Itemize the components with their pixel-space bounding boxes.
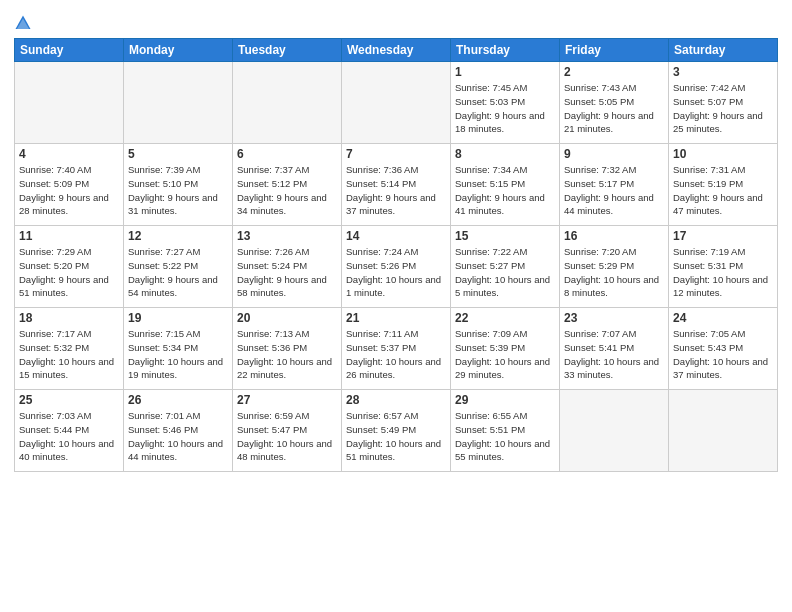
day-info: Sunrise: 7:27 AM Sunset: 5:22 PM Dayligh… [128,245,228,300]
day-info: Sunrise: 7:03 AM Sunset: 5:44 PM Dayligh… [19,409,119,464]
day-number: 5 [128,147,228,161]
day-info: Sunrise: 7:39 AM Sunset: 5:10 PM Dayligh… [128,163,228,218]
day-number: 19 [128,311,228,325]
calendar-week: 4Sunrise: 7:40 AM Sunset: 5:09 PM Daylig… [15,144,778,226]
day-info: Sunrise: 7:24 AM Sunset: 5:26 PM Dayligh… [346,245,446,300]
calendar-cell [560,390,669,472]
calendar-cell: 9Sunrise: 7:32 AM Sunset: 5:17 PM Daylig… [560,144,669,226]
weekday-header: Thursday [451,39,560,62]
weekday-header: Saturday [669,39,778,62]
calendar-cell: 13Sunrise: 7:26 AM Sunset: 5:24 PM Dayli… [233,226,342,308]
day-number: 15 [455,229,555,243]
weekday-header: Wednesday [342,39,451,62]
calendar-cell: 10Sunrise: 7:31 AM Sunset: 5:19 PM Dayli… [669,144,778,226]
day-number: 7 [346,147,446,161]
weekday-header: Friday [560,39,669,62]
header [14,10,778,32]
calendar-cell: 24Sunrise: 7:05 AM Sunset: 5:43 PM Dayli… [669,308,778,390]
day-number: 18 [19,311,119,325]
day-number: 24 [673,311,773,325]
page: SundayMondayTuesdayWednesdayThursdayFrid… [0,0,792,482]
day-number: 10 [673,147,773,161]
calendar-cell [233,62,342,144]
day-number: 9 [564,147,664,161]
calendar-cell: 12Sunrise: 7:27 AM Sunset: 5:22 PM Dayli… [124,226,233,308]
day-info: Sunrise: 6:55 AM Sunset: 5:51 PM Dayligh… [455,409,555,464]
calendar-cell: 1Sunrise: 7:45 AM Sunset: 5:03 PM Daylig… [451,62,560,144]
calendar-cell [342,62,451,144]
calendar-week: 18Sunrise: 7:17 AM Sunset: 5:32 PM Dayli… [15,308,778,390]
day-number: 25 [19,393,119,407]
calendar-cell: 3Sunrise: 7:42 AM Sunset: 5:07 PM Daylig… [669,62,778,144]
calendar-cell: 5Sunrise: 7:39 AM Sunset: 5:10 PM Daylig… [124,144,233,226]
day-number: 26 [128,393,228,407]
day-info: Sunrise: 7:05 AM Sunset: 5:43 PM Dayligh… [673,327,773,382]
day-info: Sunrise: 7:01 AM Sunset: 5:46 PM Dayligh… [128,409,228,464]
calendar-cell [15,62,124,144]
day-number: 23 [564,311,664,325]
day-number: 12 [128,229,228,243]
day-number: 1 [455,65,555,79]
calendar-week: 11Sunrise: 7:29 AM Sunset: 5:20 PM Dayli… [15,226,778,308]
day-number: 29 [455,393,555,407]
day-info: Sunrise: 7:40 AM Sunset: 5:09 PM Dayligh… [19,163,119,218]
day-info: Sunrise: 7:11 AM Sunset: 5:37 PM Dayligh… [346,327,446,382]
calendar-cell: 28Sunrise: 6:57 AM Sunset: 5:49 PM Dayli… [342,390,451,472]
day-info: Sunrise: 7:07 AM Sunset: 5:41 PM Dayligh… [564,327,664,382]
day-info: Sunrise: 7:09 AM Sunset: 5:39 PM Dayligh… [455,327,555,382]
day-number: 4 [19,147,119,161]
day-number: 14 [346,229,446,243]
weekday-row: SundayMondayTuesdayWednesdayThursdayFrid… [15,39,778,62]
calendar-body: 1Sunrise: 7:45 AM Sunset: 5:03 PM Daylig… [15,62,778,472]
day-info: Sunrise: 7:15 AM Sunset: 5:34 PM Dayligh… [128,327,228,382]
calendar-cell: 23Sunrise: 7:07 AM Sunset: 5:41 PM Dayli… [560,308,669,390]
day-info: Sunrise: 7:29 AM Sunset: 5:20 PM Dayligh… [19,245,119,300]
calendar-cell: 8Sunrise: 7:34 AM Sunset: 5:15 PM Daylig… [451,144,560,226]
day-number: 13 [237,229,337,243]
calendar-header: SundayMondayTuesdayWednesdayThursdayFrid… [15,39,778,62]
day-number: 28 [346,393,446,407]
day-info: Sunrise: 7:34 AM Sunset: 5:15 PM Dayligh… [455,163,555,218]
logo-icon [14,14,32,32]
day-info: Sunrise: 7:19 AM Sunset: 5:31 PM Dayligh… [673,245,773,300]
calendar: SundayMondayTuesdayWednesdayThursdayFrid… [14,38,778,472]
calendar-cell: 26Sunrise: 7:01 AM Sunset: 5:46 PM Dayli… [124,390,233,472]
day-info: Sunrise: 7:31 AM Sunset: 5:19 PM Dayligh… [673,163,773,218]
calendar-cell: 18Sunrise: 7:17 AM Sunset: 5:32 PM Dayli… [15,308,124,390]
calendar-cell: 14Sunrise: 7:24 AM Sunset: 5:26 PM Dayli… [342,226,451,308]
calendar-cell [669,390,778,472]
day-number: 2 [564,65,664,79]
calendar-cell: 11Sunrise: 7:29 AM Sunset: 5:20 PM Dayli… [15,226,124,308]
day-info: Sunrise: 7:43 AM Sunset: 5:05 PM Dayligh… [564,81,664,136]
weekday-header: Tuesday [233,39,342,62]
calendar-cell [124,62,233,144]
calendar-cell: 17Sunrise: 7:19 AM Sunset: 5:31 PM Dayli… [669,226,778,308]
day-number: 3 [673,65,773,79]
logo [14,14,34,32]
calendar-cell: 21Sunrise: 7:11 AM Sunset: 5:37 PM Dayli… [342,308,451,390]
calendar-cell: 27Sunrise: 6:59 AM Sunset: 5:47 PM Dayli… [233,390,342,472]
day-info: Sunrise: 7:45 AM Sunset: 5:03 PM Dayligh… [455,81,555,136]
day-number: 16 [564,229,664,243]
calendar-cell: 2Sunrise: 7:43 AM Sunset: 5:05 PM Daylig… [560,62,669,144]
calendar-cell: 19Sunrise: 7:15 AM Sunset: 5:34 PM Dayli… [124,308,233,390]
weekday-header: Monday [124,39,233,62]
day-info: Sunrise: 7:32 AM Sunset: 5:17 PM Dayligh… [564,163,664,218]
calendar-cell: 7Sunrise: 7:36 AM Sunset: 5:14 PM Daylig… [342,144,451,226]
day-number: 22 [455,311,555,325]
calendar-cell: 25Sunrise: 7:03 AM Sunset: 5:44 PM Dayli… [15,390,124,472]
calendar-week: 25Sunrise: 7:03 AM Sunset: 5:44 PM Dayli… [15,390,778,472]
day-number: 8 [455,147,555,161]
day-info: Sunrise: 7:20 AM Sunset: 5:29 PM Dayligh… [564,245,664,300]
day-info: Sunrise: 6:57 AM Sunset: 5:49 PM Dayligh… [346,409,446,464]
day-number: 21 [346,311,446,325]
calendar-cell: 29Sunrise: 6:55 AM Sunset: 5:51 PM Dayli… [451,390,560,472]
day-number: 17 [673,229,773,243]
calendar-week: 1Sunrise: 7:45 AM Sunset: 5:03 PM Daylig… [15,62,778,144]
calendar-cell: 6Sunrise: 7:37 AM Sunset: 5:12 PM Daylig… [233,144,342,226]
calendar-cell: 4Sunrise: 7:40 AM Sunset: 5:09 PM Daylig… [15,144,124,226]
day-info: Sunrise: 7:22 AM Sunset: 5:27 PM Dayligh… [455,245,555,300]
calendar-cell: 22Sunrise: 7:09 AM Sunset: 5:39 PM Dayli… [451,308,560,390]
day-info: Sunrise: 7:37 AM Sunset: 5:12 PM Dayligh… [237,163,337,218]
day-info: Sunrise: 7:13 AM Sunset: 5:36 PM Dayligh… [237,327,337,382]
